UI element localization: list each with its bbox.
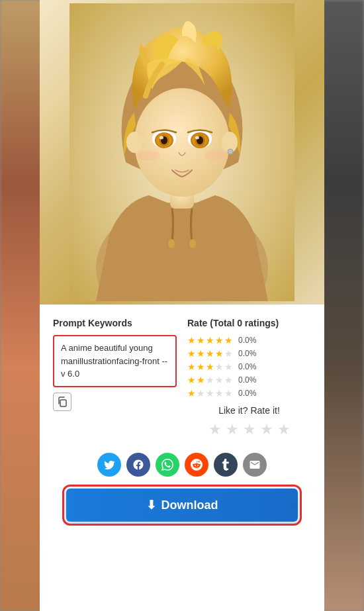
star-empty: ★ bbox=[206, 388, 214, 399]
share-email-button[interactable] bbox=[243, 453, 267, 477]
star: ★ bbox=[187, 361, 196, 372]
pct-5: 0.0% bbox=[238, 336, 256, 345]
svg-point-19 bbox=[138, 150, 159, 161]
star-empty: ★ bbox=[224, 375, 233, 385]
star: ★ bbox=[215, 335, 224, 346]
rate-star-3[interactable]: ★ bbox=[243, 421, 256, 438]
star-empty: ★ bbox=[197, 388, 205, 399]
pct-4: 0.0% bbox=[238, 349, 256, 358]
stars-5: ★ ★ ★ ★ ★ bbox=[187, 335, 233, 346]
copy-icon-wrapper bbox=[53, 393, 177, 411]
star: ★ bbox=[187, 375, 196, 385]
svg-rect-21 bbox=[60, 400, 66, 406]
rating-row-5: ★ ★ ★ ★ ★ 0.0% bbox=[187, 335, 311, 346]
download-icon: ⬇ bbox=[146, 498, 156, 512]
svg-point-5 bbox=[134, 88, 230, 197]
stars-4: ★ ★ ★ ★ ★ bbox=[187, 348, 233, 359]
svg-point-8 bbox=[228, 149, 233, 154]
share-whatsapp-button[interactable] bbox=[156, 453, 179, 477]
star-empty: ★ bbox=[206, 375, 214, 385]
star-empty: ★ bbox=[224, 348, 233, 359]
rating-row-4: ★ ★ ★ ★ ★ 0.0% bbox=[187, 348, 311, 359]
rating-row-1: ★ ★ ★ ★ ★ 0.0% bbox=[187, 388, 311, 399]
anime-illustration bbox=[69, 3, 295, 301]
stars-2: ★ ★ ★ ★ ★ bbox=[187, 375, 233, 385]
rating-row-3: ★ ★ ★ ★ ★ 0.0% bbox=[187, 361, 311, 372]
star: ★ bbox=[206, 361, 214, 372]
svg-point-6 bbox=[126, 132, 142, 153]
star: ★ bbox=[224, 335, 233, 346]
interactive-stars[interactable]: ★ ★ ★ ★ ★ bbox=[187, 421, 311, 438]
download-button[interactable]: ⬇ Download bbox=[66, 489, 298, 522]
prompt-text: A anime beautiful young manillustrationf… bbox=[53, 335, 177, 387]
star: ★ bbox=[197, 348, 205, 359]
main-card: Prompt Keywords A anime beautiful young … bbox=[40, 0, 324, 611]
star: ★ bbox=[206, 335, 214, 346]
rate-star-1[interactable]: ★ bbox=[208, 421, 222, 438]
rating-rows: ★ ★ ★ ★ ★ 0.0% ★ ★ ★ ★ ★ bbox=[187, 335, 311, 399]
rate-star-4[interactable]: ★ bbox=[260, 421, 273, 438]
star-empty: ★ bbox=[224, 361, 233, 372]
star: ★ bbox=[187, 388, 196, 399]
star: ★ bbox=[187, 335, 196, 346]
pct-1: 0.0% bbox=[238, 389, 256, 398]
star: ★ bbox=[187, 348, 196, 359]
star-empty: ★ bbox=[215, 375, 224, 385]
prompt-title: Prompt Keywords bbox=[53, 318, 177, 328]
svg-point-13 bbox=[159, 136, 163, 140]
share-tumblr-button[interactable] bbox=[214, 453, 238, 477]
pct-2: 0.0% bbox=[238, 375, 256, 385]
star: ★ bbox=[206, 348, 214, 359]
svg-point-18 bbox=[195, 136, 199, 140]
star: ★ bbox=[215, 348, 224, 359]
download-label: Download bbox=[161, 498, 218, 512]
pct-3: 0.0% bbox=[238, 362, 256, 371]
rate-title: Rate (Total 0 ratings) bbox=[187, 318, 311, 328]
social-share-row bbox=[97, 453, 267, 477]
copy-button[interactable] bbox=[53, 393, 71, 411]
rating-row-2: ★ ★ ★ ★ ★ 0.0% bbox=[187, 375, 311, 385]
star: ★ bbox=[197, 361, 205, 372]
star-empty: ★ bbox=[215, 388, 224, 399]
star: ★ bbox=[197, 335, 205, 346]
stars-3: ★ ★ ★ ★ ★ bbox=[187, 361, 233, 372]
rate-star-5[interactable]: ★ bbox=[277, 421, 291, 438]
image-container bbox=[40, 0, 324, 305]
rate-box: Rate (Total 0 ratings) ★ ★ ★ ★ ★ 0.0% bbox=[187, 318, 311, 438]
star-empty: ★ bbox=[215, 361, 224, 372]
svg-point-20 bbox=[205, 150, 226, 161]
star-empty: ★ bbox=[224, 388, 233, 399]
stars-1: ★ ★ ★ ★ ★ bbox=[187, 388, 233, 399]
like-text: Like it? Rate it! bbox=[187, 405, 311, 416]
prompt-box: Prompt Keywords A anime beautiful young … bbox=[53, 318, 177, 438]
share-reddit-button[interactable] bbox=[185, 453, 208, 477]
star: ★ bbox=[197, 375, 205, 385]
download-button-wrapper: ⬇ Download bbox=[40, 489, 324, 522]
rate-star-2[interactable]: ★ bbox=[226, 421, 239, 438]
svg-point-2 bbox=[168, 239, 175, 248]
share-twitter-button[interactable] bbox=[97, 453, 121, 477]
svg-point-3 bbox=[189, 239, 196, 248]
share-facebook-button[interactable] bbox=[126, 453, 150, 477]
info-section: Prompt Keywords A anime beautiful young … bbox=[40, 305, 324, 445]
